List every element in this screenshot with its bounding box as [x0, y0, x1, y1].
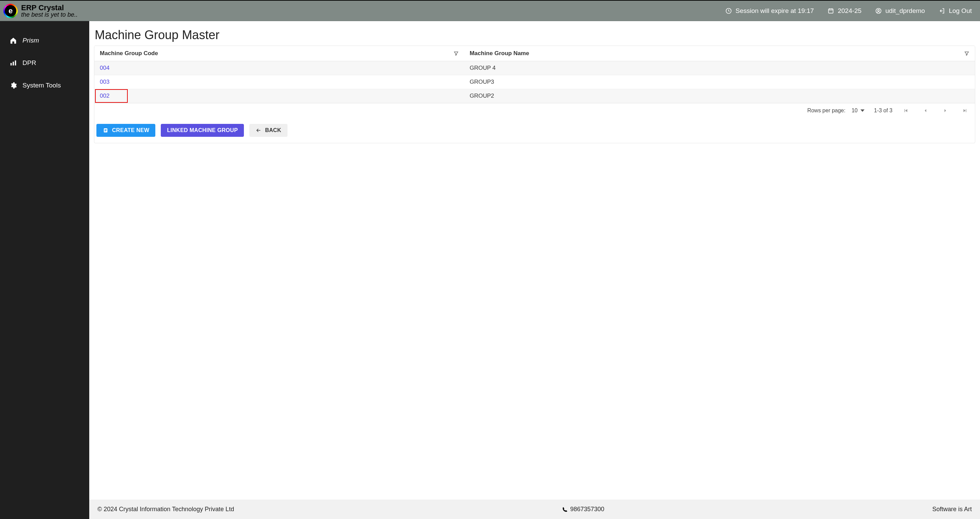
calendar-icon: [827, 8, 834, 14]
user-label: udit_dprdemo: [885, 7, 925, 14]
table-row[interactable]: 003GROUP3: [94, 75, 975, 89]
chevron-right-icon: [942, 108, 948, 114]
rows-per-page: Rows per page: 10: [807, 108, 864, 114]
table-footer: Rows per page: 10 1-3 of 3: [94, 103, 975, 118]
rows-per-page-value: 10: [851, 108, 858, 114]
cell-name: GROUP2: [464, 89, 975, 103]
machine-group-table: Machine Group Code Machine Group Name: [94, 46, 975, 103]
user-menu[interactable]: udit_dprdemo: [875, 7, 925, 14]
pagination-range: 1-3 of 3: [874, 108, 892, 114]
linked-machine-group-button[interactable]: LINKED MACHINE GROUP: [161, 124, 244, 137]
chevron-down-icon: [861, 109, 864, 113]
svg-point-3: [878, 9, 880, 11]
cell-code: 004: [94, 61, 464, 75]
rows-per-page-select[interactable]: 10: [851, 108, 864, 114]
sidebar: Prism DPR System Tools: [0, 21, 89, 519]
session-expiry: Session will expire at 19:17: [725, 7, 814, 14]
brand-logo-icon: e: [3, 4, 18, 18]
sidebar-item-label: System Tools: [22, 82, 61, 89]
svg-rect-4: [11, 63, 12, 65]
gear-icon: [10, 82, 17, 89]
data-card: Machine Group Code Machine Group Name: [94, 46, 975, 143]
page-first-icon: [903, 108, 909, 114]
back-button[interactable]: BACK: [249, 124, 287, 137]
user-icon: [875, 8, 882, 14]
bar-chart-icon: [10, 59, 17, 67]
create-new-label: CREATE NEW: [112, 127, 149, 133]
rows-per-page-label: Rows per page:: [807, 108, 845, 114]
fiscal-year-label: 2024-25: [838, 7, 861, 14]
page-last-icon: [962, 108, 968, 114]
cell-name: GROUP 4: [464, 61, 975, 75]
brand-tagline: the best is yet to be..: [21, 11, 78, 18]
brand-title: ERP Crystal: [21, 4, 78, 11]
filter-icon[interactable]: [964, 51, 969, 56]
home-icon: [10, 37, 17, 44]
column-header-label: Machine Group Name: [470, 50, 529, 57]
svg-rect-5: [13, 62, 14, 65]
clock-icon: [725, 8, 732, 14]
filter-icon[interactable]: [453, 51, 459, 56]
pager: [902, 107, 969, 114]
page-next-button[interactable]: [942, 107, 949, 114]
code-link[interactable]: 002: [100, 92, 109, 99]
logout-icon: [939, 8, 945, 14]
page-title: Machine Group Master: [95, 28, 975, 42]
topbar: e ERP Crystal the best is yet to be.. Se…: [0, 0, 980, 21]
logout-button[interactable]: Log Out: [939, 7, 972, 14]
sidebar-item-system-tools[interactable]: System Tools: [0, 74, 89, 97]
brand-text: ERP Crystal the best is yet to be..: [21, 4, 78, 18]
phone-icon: [562, 507, 568, 512]
topbar-items: Session will expire at 19:17 2024-25 udi…: [725, 7, 972, 14]
page-last-button[interactable]: [961, 107, 969, 114]
footer: © 2024 Crystal Information Technology Pr…: [89, 500, 980, 519]
footer-phone-number: 9867357300: [570, 506, 604, 513]
back-label: BACK: [265, 127, 281, 133]
page-prev-button[interactable]: [922, 107, 929, 114]
brand: e ERP Crystal the best is yet to be..: [3, 4, 78, 18]
page-first-button[interactable]: [902, 107, 910, 114]
create-new-button[interactable]: CREATE NEW: [96, 124, 155, 137]
table-row[interactable]: 002GROUP2: [94, 89, 975, 103]
chevron-left-icon: [923, 108, 929, 114]
column-header-code[interactable]: Machine Group Code: [94, 46, 464, 61]
action-bar: CREATE NEW LINKED MACHINE GROUP BACK: [94, 118, 975, 143]
cell-code: 002: [94, 89, 464, 103]
svg-rect-1: [829, 9, 833, 13]
sidebar-item-label: Prism: [22, 37, 39, 44]
cell-name: GROUP3: [464, 75, 975, 89]
footer-copyright: © 2024 Crystal Information Technology Pr…: [97, 506, 234, 513]
logout-label: Log Out: [949, 7, 972, 14]
session-text: Session will expire at 19:17: [735, 7, 814, 14]
document-icon: [103, 127, 109, 133]
main: Machine Group Master Machine Group Code: [89, 21, 980, 519]
footer-phone: 9867357300: [562, 506, 604, 513]
column-header-name[interactable]: Machine Group Name: [464, 46, 975, 61]
code-link[interactable]: 003: [100, 79, 109, 85]
table-row[interactable]: 004GROUP 4: [94, 61, 975, 75]
sidebar-item-prism[interactable]: Prism: [0, 29, 89, 52]
sidebar-item-dpr[interactable]: DPR: [0, 52, 89, 74]
svg-rect-6: [15, 60, 16, 66]
cell-code: 003: [94, 75, 464, 89]
footer-art: Software is Art: [932, 506, 972, 513]
sidebar-item-label: DPR: [22, 59, 36, 67]
arrow-left-icon: [256, 127, 262, 133]
code-link[interactable]: 004: [100, 65, 109, 71]
linked-label: LINKED MACHINE GROUP: [167, 127, 238, 133]
column-header-label: Machine Group Code: [100, 50, 158, 57]
fiscal-year-picker[interactable]: 2024-25: [827, 7, 861, 14]
